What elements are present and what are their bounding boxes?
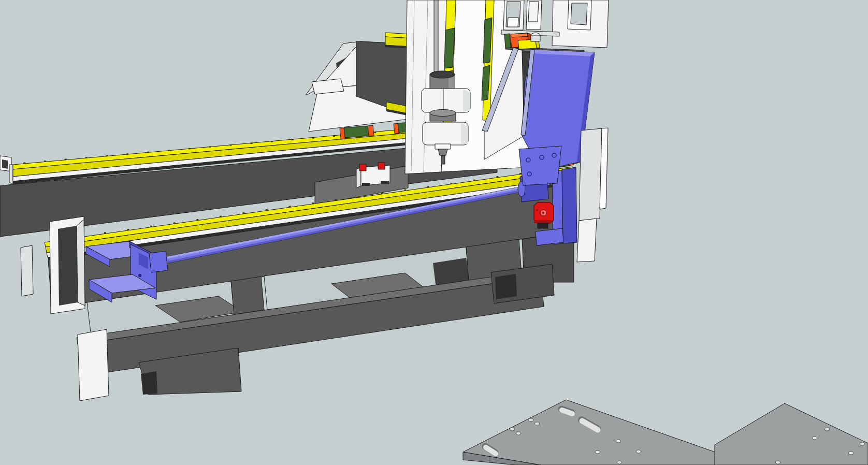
plate-hole <box>516 432 521 435</box>
plate-hole <box>813 437 817 440</box>
clamp-red-2 <box>378 163 385 169</box>
end-plate <box>579 128 602 221</box>
top-bracket-assembly[interactable] <box>501 0 609 49</box>
bolt-hole <box>138 274 141 277</box>
leg-slab <box>21 245 33 296</box>
plate-hole <box>535 422 540 425</box>
clamp-orange <box>368 125 374 136</box>
motor-mount-side <box>562 167 577 243</box>
ballnut-bracket-plate <box>519 146 561 185</box>
plate-hole <box>596 451 600 454</box>
plate-hole <box>849 452 853 455</box>
plate-hole <box>510 428 515 431</box>
spindle-nose <box>438 149 447 155</box>
plate-hole <box>616 440 621 443</box>
collar-top <box>430 110 456 117</box>
z-bearing <box>444 28 455 68</box>
bearing-green <box>344 126 370 138</box>
shaft-coupler-body <box>531 35 540 41</box>
motor-bottom-band <box>534 220 552 223</box>
center-foot-notch <box>141 371 157 395</box>
z-lead-screw <box>434 0 438 76</box>
plate-hole <box>529 418 533 422</box>
tool-bit <box>441 155 445 164</box>
plate-hole <box>825 428 830 431</box>
motor-mount-foot <box>536 228 563 245</box>
upper-clamp-shade <box>463 90 470 111</box>
cad-viewport[interactable] <box>0 0 868 465</box>
clamp-shadow-2 <box>381 181 389 184</box>
window-ledge <box>508 18 518 27</box>
end-bracket-notch <box>2 159 8 169</box>
lower-clamp-shade <box>461 123 468 144</box>
channel-flange <box>77 220 85 306</box>
slot-hole <box>562 410 572 414</box>
clamp-shadow-1 <box>362 183 370 186</box>
clamp-red-1 <box>359 164 366 171</box>
end-leg <box>577 219 597 262</box>
plate-hole <box>776 461 780 464</box>
screw-bearing-block <box>149 251 168 272</box>
upper-clamp <box>422 89 470 112</box>
lower-leg <box>78 329 109 401</box>
right-foot-notch <box>495 274 517 299</box>
plate-window-2 <box>528 2 539 22</box>
rail-end-cap <box>9 165 13 184</box>
channel-interior <box>58 226 78 306</box>
bracket-window <box>571 3 587 25</box>
plate-hole <box>617 461 622 464</box>
plate-hole <box>636 450 641 453</box>
spindle-lower-body <box>435 144 451 149</box>
plate-hole <box>860 442 865 445</box>
motor-connector <box>538 223 548 228</box>
spindle-motor-top <box>430 71 455 78</box>
motor-shaft <box>542 212 544 214</box>
model-canvas[interactable] <box>0 0 868 465</box>
z-motor-top <box>510 33 529 37</box>
motor-bolt-hole <box>536 209 538 211</box>
frame-post <box>231 277 264 315</box>
